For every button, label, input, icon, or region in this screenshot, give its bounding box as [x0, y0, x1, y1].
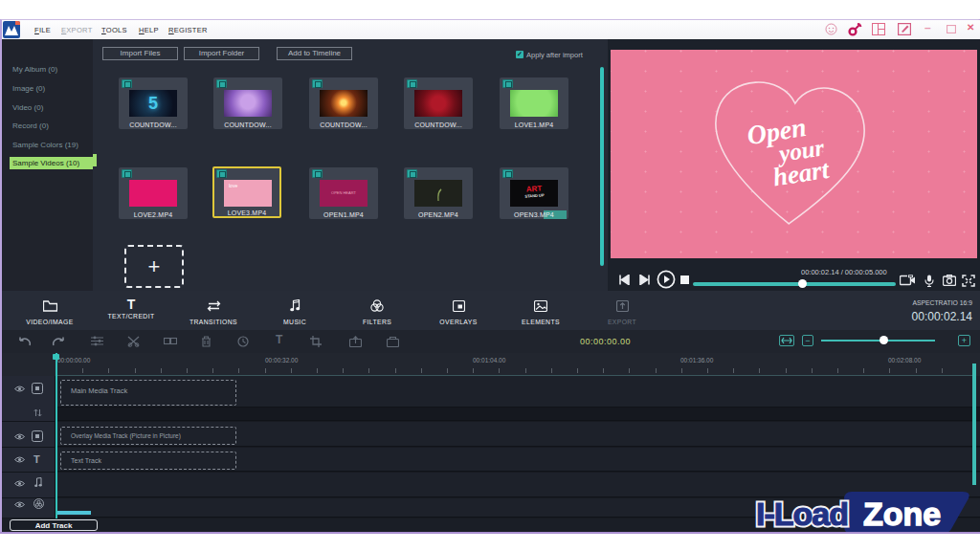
svg-text:I-Load: I-Load	[756, 496, 848, 532]
svg-text:Zone: Zone	[863, 496, 941, 532]
